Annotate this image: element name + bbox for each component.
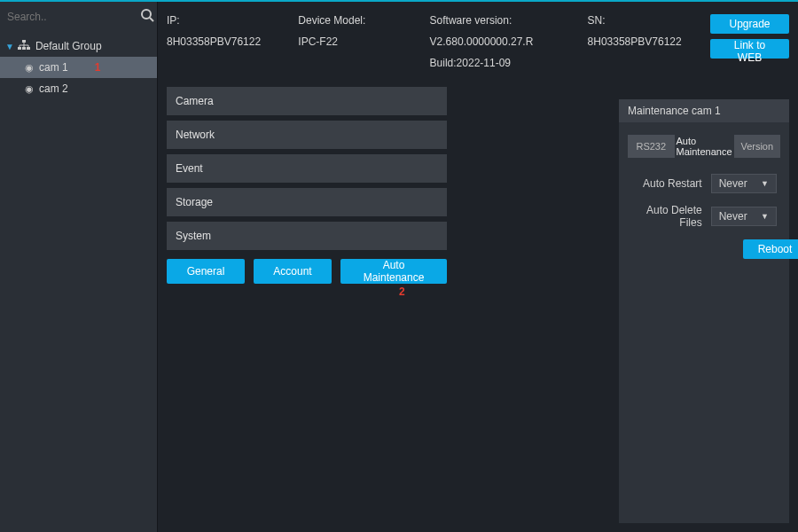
maintenance-title: Maintenance cam 1 [619, 99, 789, 122]
maintenance-pane: Maintenance cam 1 RS232 Auto Maintenance… [619, 99, 789, 523]
system-subbuttons: General Account Auto Maintenance 2 [167, 259, 447, 284]
panel-system[interactable]: System [167, 222, 447, 250]
model-value: IPC-F22 [298, 35, 429, 48]
auto-restart-label: Auto Restart [631, 177, 702, 190]
device-tree: ▼ Default Group ◉ cam 1 1 ◉ cam 2 [0, 32, 157, 103]
chevron-down-icon: ▼ [761, 212, 769, 221]
content-area: IP: 8H03358PBV76122 Device Model: IPC-F2… [158, 2, 798, 532]
svg-point-0 [142, 10, 151, 19]
panel-storage[interactable]: Storage [167, 188, 447, 216]
link-to-web-button[interactable]: Link to WEB [710, 39, 789, 59]
sidebar: ▼ Default Group ◉ cam 1 1 ◉ cam 2 [0, 2, 158, 532]
search-input[interactable] [7, 11, 140, 23]
tab-version[interactable]: Version [734, 135, 781, 158]
auto-delete-label: Auto Delete Files [631, 204, 702, 229]
tree-item-cam2[interactable]: ◉ cam 2 [0, 78, 157, 99]
search-icon[interactable] [140, 8, 154, 26]
auto-delete-select[interactable]: Never ▼ [711, 207, 777, 226]
sn-label: SN: [588, 14, 710, 27]
panel-camera[interactable]: Camera [167, 87, 447, 115]
general-button[interactable]: General [167, 259, 245, 284]
svg-rect-5 [27, 47, 30, 50]
reboot-button[interactable]: Reboot [743, 239, 798, 259]
tree-item-cam1[interactable]: ◉ cam 1 1 [0, 57, 157, 78]
device-info: IP: 8H03358PBV76122 Device Model: IPC-F2… [167, 7, 789, 76]
camera-icon: ◉ [25, 62, 34, 74]
tab-auto-maintenance[interactable]: Auto Maintenance [677, 135, 732, 158]
auto-restart-select[interactable]: Never ▼ [711, 174, 777, 193]
camera-icon: ◉ [25, 83, 34, 95]
search-bar [0, 2, 157, 32]
select-value: Never [719, 210, 747, 223]
group-label: Default Group [35, 40, 102, 52]
select-value: Never [719, 177, 747, 190]
build-value: Build:2022-11-09 [430, 57, 588, 69]
software-value: V2.680.0000000.27.R [430, 35, 588, 48]
tree-item-label: cam 1 [39, 61, 68, 74]
ip-value: 8H03358PBV76122 [167, 35, 298, 48]
ip-label: IP: [167, 14, 298, 27]
tab-rs232[interactable]: RS232 [628, 135, 675, 158]
settings-panels: Camera Network Event Storage System Gene… [167, 87, 447, 284]
chevron-down-icon: ▼ [761, 179, 769, 188]
sn-value: 8H03358PBV76122 [588, 35, 710, 48]
software-label: Software version: [430, 14, 588, 27]
upgrade-button[interactable]: Upgrade [710, 14, 789, 34]
svg-rect-2 [22, 40, 26, 43]
model-label: Device Model: [298, 14, 429, 27]
auto-maintenance-button[interactable]: Auto Maintenance [340, 259, 447, 284]
marker-2: 2 [399, 286, 405, 298]
network-icon [18, 40, 30, 53]
caret-down-icon: ▼ [5, 42, 14, 51]
account-button[interactable]: Account [254, 259, 332, 284]
marker-1: 1 [95, 61, 101, 74]
svg-rect-4 [22, 47, 26, 50]
tree-item-label: cam 2 [39, 82, 68, 95]
svg-line-1 [150, 18, 153, 21]
tree-group[interactable]: ▼ Default Group [0, 35, 157, 57]
maintenance-form: 3 Auto Restart Never ▼ Auto Delete Files… [619, 158, 789, 286]
svg-rect-3 [18, 47, 21, 50]
panel-network[interactable]: Network [167, 121, 447, 149]
maintenance-tabs: RS232 Auto Maintenance Version [628, 135, 780, 158]
panel-event[interactable]: Event [167, 154, 447, 183]
